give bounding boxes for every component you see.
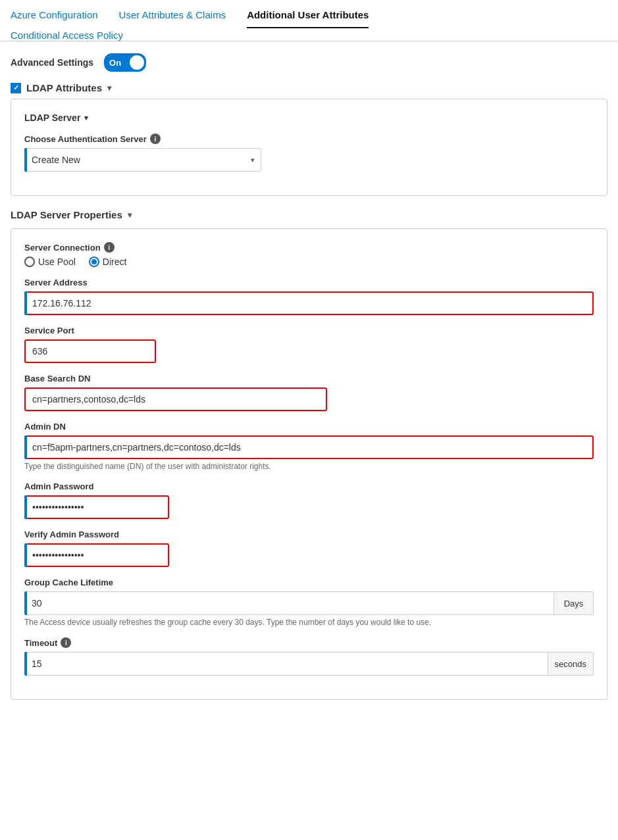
ldap-attributes-chevron: ▾ (107, 84, 111, 93)
admin-dn-input-wrapper (24, 435, 594, 459)
group-cache-lifetime-field: Group Cache Lifetime Days The Access dev… (24, 578, 594, 627)
base-search-dn-field: Base Search DN (24, 374, 594, 411)
server-address-bar (24, 291, 27, 315)
service-port-label: Service Port (24, 326, 594, 335)
admin-dn-label: Admin DN (24, 422, 594, 432)
admin-password-input-wrapper (24, 495, 594, 519)
base-search-dn-input[interactable] (24, 387, 327, 411)
ldap-server-card: LDAP Server ▾ Choose Authentication Serv… (11, 99, 607, 196)
admin-dn-input[interactable] (24, 435, 594, 459)
tab-azure-config[interactable]: Azure Configuration (11, 9, 98, 28)
server-address-input-wrapper (24, 291, 594, 315)
ldap-server-properties-header[interactable]: LDAP Server Properties ▾ (11, 209, 607, 220)
admin-password-field: Admin Password (24, 482, 594, 519)
advanced-settings-label: Advanced Settings (11, 57, 93, 68)
radio-circle-use-pool (24, 257, 35, 267)
group-cache-lifetime-input-wrapper: Days (24, 591, 594, 615)
ldap-attributes-checkbox[interactable]: ✓ (11, 83, 21, 93)
timeout-bar (24, 652, 27, 676)
check-icon: ✓ (13, 84, 19, 92)
tab-user-attributes[interactable]: User Attributes & Claims (119, 9, 226, 28)
base-search-dn-label: Base Search DN (24, 374, 594, 383)
timeout-label: Timeout i (24, 637, 594, 648)
timeout-info-icon[interactable]: i (61, 637, 71, 648)
ldap-server-label: LDAP Server (24, 112, 80, 123)
admin-dn-bar (24, 435, 27, 459)
timeout-input-wrapper: seconds (24, 652, 594, 676)
tab-conditional-access[interactable]: Conditional Access Policy (11, 30, 123, 47)
advanced-settings-row: Advanced Settings On (0, 41, 618, 82)
radio-circle-direct (89, 257, 99, 267)
tab-additional-user-attributes[interactable]: Additional User Attributes (247, 9, 369, 28)
admin-password-input[interactable] (24, 495, 169, 519)
radio-label-use-pool: Use Pool (38, 257, 76, 267)
timeout-addon: seconds (548, 652, 594, 676)
ldap-attributes-section-header[interactable]: ✓ LDAP Attributes ▾ (11, 82, 607, 93)
radio-direct[interactable]: Direct (89, 257, 127, 267)
main-content: ✓ LDAP Attributes ▾ LDAP Server ▾ Choose… (0, 82, 618, 716)
toggle-on-label: On (109, 58, 121, 68)
verify-admin-password-input[interactable] (24, 543, 169, 567)
server-connection-radio-group: Use Pool Direct (24, 257, 594, 267)
admin-password-label: Admin Password (24, 482, 594, 491)
server-address-input[interactable] (24, 291, 594, 315)
choose-auth-select[interactable]: Create New (24, 148, 261, 172)
radio-use-pool[interactable]: Use Pool (24, 257, 76, 267)
verify-admin-password-input-wrapper (24, 543, 594, 567)
server-connection-label: Server Connection i (24, 242, 594, 253)
verify-admin-password-field: Verify Admin Password (24, 530, 594, 567)
advanced-settings-toggle[interactable]: On (104, 53, 146, 72)
timeout-field: Timeout i seconds (24, 637, 594, 676)
choose-auth-select-wrapper: Create New ▾ (24, 148, 261, 172)
properties-chevron: ▾ (128, 210, 132, 220)
timeout-input[interactable] (24, 652, 548, 676)
group-cache-lifetime-label: Group Cache Lifetime (24, 578, 594, 587)
select-bar (24, 148, 27, 172)
ldap-server-subsection-header[interactable]: LDAP Server ▾ (24, 112, 594, 123)
verify-admin-password-bar (24, 543, 27, 567)
service-port-input-wrapper (24, 339, 594, 363)
service-port-input[interactable] (24, 339, 156, 363)
server-address-label: Server Address (24, 278, 594, 287)
choose-auth-label: Choose Authentication Server i (24, 134, 594, 144)
server-connection-info-icon[interactable]: i (104, 242, 115, 253)
group-cache-lifetime-helper: The Access device usually refreshes the … (24, 618, 594, 627)
base-search-dn-input-wrapper (24, 387, 594, 411)
admin-dn-field: Admin DN Type the distinguished name (DN… (24, 422, 594, 471)
radio-label-direct: Direct (103, 257, 127, 267)
choose-auth-info-icon[interactable]: i (150, 134, 161, 144)
group-cache-lifetime-bar (24, 591, 27, 615)
ldap-server-chevron: ▾ (84, 114, 88, 122)
ldap-attributes-label: LDAP Attributes (26, 82, 102, 93)
group-cache-lifetime-input[interactable] (24, 591, 554, 615)
admin-dn-helper: Type the distinguished name (DN) of the … (24, 462, 594, 471)
properties-card: Server Connection i Use Pool Direct (11, 228, 607, 700)
group-cache-lifetime-addon: Days (554, 591, 594, 615)
server-address-field: Server Address (24, 278, 594, 315)
toggle-knob (130, 55, 144, 70)
ldap-server-properties-label: LDAP Server Properties (11, 209, 122, 220)
admin-password-bar (24, 495, 27, 519)
verify-admin-password-label: Verify Admin Password (24, 530, 594, 539)
choose-auth-server-field: Choose Authentication Server i Create Ne… (24, 134, 594, 172)
server-connection-field: Server Connection i Use Pool Direct (24, 242, 594, 267)
ldap-server-properties-section: LDAP Server Properties ▾ Server Connecti… (11, 209, 607, 700)
service-port-field: Service Port (24, 326, 594, 363)
nav-tabs: Azure Configuration User Attributes & Cl… (0, 0, 618, 41)
